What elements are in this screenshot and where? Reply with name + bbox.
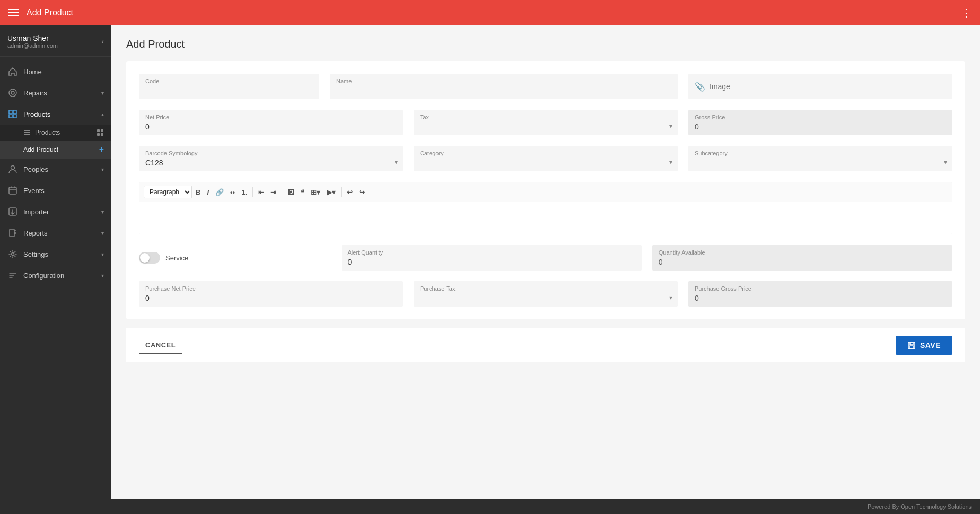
code-field: Code bbox=[139, 74, 319, 99]
svg-point-1 bbox=[11, 91, 14, 94]
sidebar-sub-add-product[interactable]: Add Product + bbox=[0, 141, 111, 159]
media-button[interactable]: ▶▾ bbox=[324, 187, 338, 198]
importer-icon bbox=[7, 206, 18, 217]
net-price-field: Net Price 0 bbox=[139, 110, 403, 135]
sidebar-item-events[interactable]: Events bbox=[0, 180, 111, 201]
app-title: Add Product bbox=[27, 8, 73, 18]
user-info: Usman Sher admin@admin.com bbox=[7, 34, 58, 49]
outdent-button[interactable]: ⇤ bbox=[256, 187, 267, 198]
sidebar-nav: Home Repairs ▾ Products ▴ bbox=[0, 57, 111, 514]
sidebar-item-repairs[interactable]: Repairs ▾ bbox=[0, 82, 111, 103]
subcategory-field: Subcategory ▾ bbox=[688, 146, 952, 171]
gross-price-field: Gross Price 0 bbox=[688, 110, 952, 135]
italic-button[interactable]: I bbox=[204, 187, 212, 198]
service-label: Service bbox=[165, 254, 188, 262]
alert-quantity-label: Alert Quantity bbox=[348, 249, 635, 256]
gross-price-input[interactable]: 0 bbox=[695, 123, 946, 131]
toolbar-sep-3 bbox=[341, 187, 342, 197]
svg-rect-7 bbox=[24, 132, 30, 133]
header-left: Add Product bbox=[8, 8, 73, 18]
unordered-list-button[interactable]: •• bbox=[228, 187, 238, 198]
settings-icon bbox=[7, 249, 18, 259]
products-submenu: Products Add Product + bbox=[0, 125, 111, 159]
events-icon bbox=[7, 185, 18, 196]
sidebar-item-configuration[interactable]: Configuration ▾ bbox=[0, 265, 111, 286]
sidebar-item-products[interactable]: Products ▴ bbox=[0, 103, 111, 125]
image-input[interactable] bbox=[710, 82, 946, 91]
peoples-icon bbox=[7, 164, 18, 175]
image-field[interactable]: 📎 bbox=[688, 74, 952, 99]
sidebar-item-settings-label: Settings bbox=[23, 250, 96, 258]
undo-button[interactable]: ↩ bbox=[344, 187, 355, 198]
main-layout: Usman Sher admin@admin.com ‹ Home Repair… bbox=[0, 25, 980, 514]
quantity-available-input[interactable]: 0 bbox=[659, 258, 946, 266]
sidebar-item-events-label: Events bbox=[23, 187, 104, 195]
tax-select[interactable] bbox=[420, 123, 671, 131]
link-button[interactable]: 🔗 bbox=[213, 187, 226, 198]
svg-rect-12 bbox=[101, 133, 103, 136]
cancel-button[interactable]: CANCEL bbox=[139, 337, 182, 354]
code-input[interactable] bbox=[145, 86, 313, 95]
products-icon bbox=[7, 109, 18, 119]
quote-button[interactable]: ❝ bbox=[298, 187, 307, 198]
svg-rect-2 bbox=[9, 110, 12, 114]
barcode-select[interactable]: C128 C39 EAN13 bbox=[145, 159, 397, 167]
sidebar-collapse-button[interactable]: ‹ bbox=[101, 37, 104, 46]
table-button[interactable]: ⊞▾ bbox=[308, 187, 323, 198]
gross-price-label: Gross Price bbox=[695, 114, 946, 120]
rich-text-editor: Paragraph Heading 1 Heading 2 Heading 3 … bbox=[139, 182, 952, 234]
purchase-gross-price-label: Purchase Gross Price bbox=[695, 285, 946, 292]
barcode-field: Barcode Symbology C128 C39 EAN13 ▾ bbox=[139, 146, 403, 171]
svg-rect-4 bbox=[9, 115, 12, 118]
toolbar-sep-1 bbox=[252, 187, 253, 197]
indent-button[interactable]: ⇥ bbox=[268, 187, 279, 198]
name-input[interactable] bbox=[336, 86, 671, 95]
purchase-net-price-label: Purchase Net Price bbox=[145, 285, 397, 292]
sidebar-item-home[interactable]: Home bbox=[0, 61, 111, 82]
sidebar-item-importer[interactable]: Importer ▾ bbox=[0, 201, 111, 222]
image-insert-button[interactable]: 🖼 bbox=[285, 187, 297, 198]
reports-chevron-icon: ▾ bbox=[101, 230, 104, 236]
svg-rect-11 bbox=[97, 133, 100, 136]
toolbar-sep-2 bbox=[282, 187, 282, 197]
alert-quantity-input[interactable]: 0 bbox=[348, 258, 635, 266]
net-price-input[interactable]: 0 bbox=[145, 123, 397, 131]
sidebar-item-products-label: Products bbox=[23, 110, 96, 118]
repairs-chevron-icon: ▾ bbox=[101, 90, 104, 96]
editor-body[interactable] bbox=[139, 202, 952, 234]
sidebar-item-reports[interactable]: Reports ▾ bbox=[0, 222, 111, 243]
sidebar-item-home-label: Home bbox=[23, 68, 104, 76]
importer-chevron-icon: ▾ bbox=[101, 209, 104, 215]
paperclip-icon: 📎 bbox=[695, 82, 705, 92]
service-field: Service bbox=[139, 252, 331, 264]
sidebar: Usman Sher admin@admin.com ‹ Home Repair… bbox=[0, 25, 111, 514]
config-chevron-icon: ▾ bbox=[101, 273, 104, 278]
sidebar-item-peoples[interactable]: Peoples ▾ bbox=[0, 159, 111, 180]
alert-quantity-field: Alert Quantity 0 bbox=[342, 245, 642, 271]
ordered-list-button[interactable]: 1. bbox=[239, 187, 250, 198]
bold-button[interactable]: B bbox=[193, 187, 203, 198]
paragraph-style-select[interactable]: Paragraph Heading 1 Heading 2 Heading 3 bbox=[144, 186, 192, 198]
svg-rect-5 bbox=[13, 115, 16, 118]
subcategory-label: Subcategory bbox=[695, 150, 946, 156]
list-icon bbox=[23, 129, 31, 136]
purchase-gross-price-field: Purchase Gross Price 0 bbox=[688, 281, 952, 307]
redo-button[interactable]: ↪ bbox=[356, 187, 368, 198]
hamburger-icon[interactable] bbox=[8, 9, 19, 16]
row-barcode-cat-subcat: Barcode Symbology C128 C39 EAN13 ▾ Categ… bbox=[139, 146, 952, 171]
service-toggle[interactable] bbox=[139, 252, 160, 264]
category-field: Category ▾ bbox=[414, 146, 678, 171]
purchase-tax-select[interactable] bbox=[420, 294, 671, 302]
content-scroll: Add Product Code Name 📎 bbox=[111, 25, 980, 499]
category-select[interactable] bbox=[420, 159, 671, 167]
purchase-net-price-input[interactable]: 0 bbox=[145, 294, 397, 302]
purchase-gross-price-input[interactable]: 0 bbox=[695, 294, 946, 302]
sidebar-sub-products-list[interactable]: Products bbox=[0, 125, 111, 141]
save-button[interactable]: SAVE bbox=[896, 336, 952, 355]
more-options-icon[interactable]: ⋮ bbox=[961, 6, 972, 19]
sidebar-item-settings[interactable]: Settings ▾ bbox=[0, 243, 111, 265]
svg-rect-6 bbox=[24, 130, 30, 131]
name-field: Name bbox=[330, 74, 678, 99]
add-icon: + bbox=[99, 145, 104, 154]
subcategory-select[interactable] bbox=[695, 159, 946, 167]
